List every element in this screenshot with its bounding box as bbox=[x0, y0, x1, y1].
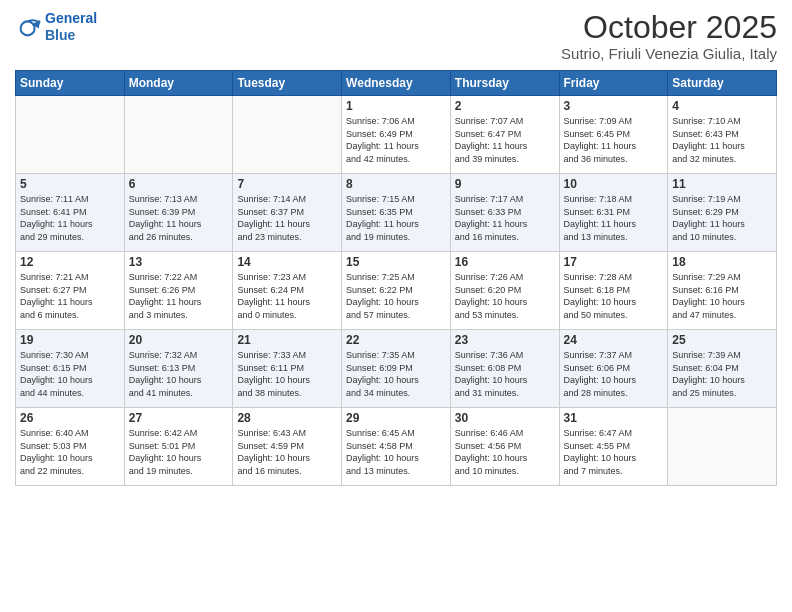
day-number: 8 bbox=[346, 177, 446, 191]
calendar-day-29: 29Sunrise: 6:45 AM Sunset: 4:58 PM Dayli… bbox=[342, 408, 451, 486]
day-number: 4 bbox=[672, 99, 772, 113]
calendar-day-26: 26Sunrise: 6:40 AM Sunset: 5:03 PM Dayli… bbox=[16, 408, 125, 486]
calendar-day-27: 27Sunrise: 6:42 AM Sunset: 5:01 PM Dayli… bbox=[124, 408, 233, 486]
day-number: 31 bbox=[564, 411, 664, 425]
day-info: Sunrise: 7:28 AM Sunset: 6:18 PM Dayligh… bbox=[564, 271, 664, 321]
day-number: 13 bbox=[129, 255, 229, 269]
location-title: Sutrio, Friuli Venezia Giulia, Italy bbox=[561, 45, 777, 62]
calendar-day-23: 23Sunrise: 7:36 AM Sunset: 6:08 PM Dayli… bbox=[450, 330, 559, 408]
page: General Blue October 2025 Sutrio, Friuli… bbox=[0, 0, 792, 612]
calendar-day-19: 19Sunrise: 7:30 AM Sunset: 6:15 PM Dayli… bbox=[16, 330, 125, 408]
day-number: 25 bbox=[672, 333, 772, 347]
day-number: 10 bbox=[564, 177, 664, 191]
calendar-day-10: 10Sunrise: 7:18 AM Sunset: 6:31 PM Dayli… bbox=[559, 174, 668, 252]
day-number: 21 bbox=[237, 333, 337, 347]
calendar-day-2: 2Sunrise: 7:07 AM Sunset: 6:47 PM Daylig… bbox=[450, 96, 559, 174]
calendar-empty-cell bbox=[668, 408, 777, 486]
day-info: Sunrise: 7:35 AM Sunset: 6:09 PM Dayligh… bbox=[346, 349, 446, 399]
day-number: 1 bbox=[346, 99, 446, 113]
day-info: Sunrise: 7:36 AM Sunset: 6:08 PM Dayligh… bbox=[455, 349, 555, 399]
day-info: Sunrise: 7:32 AM Sunset: 6:13 PM Dayligh… bbox=[129, 349, 229, 399]
day-number: 19 bbox=[20, 333, 120, 347]
day-info: Sunrise: 6:45 AM Sunset: 4:58 PM Dayligh… bbox=[346, 427, 446, 477]
calendar-day-1: 1Sunrise: 7:06 AM Sunset: 6:49 PM Daylig… bbox=[342, 96, 451, 174]
column-header-tuesday: Tuesday bbox=[233, 71, 342, 96]
day-number: 14 bbox=[237, 255, 337, 269]
day-info: Sunrise: 7:37 AM Sunset: 6:06 PM Dayligh… bbox=[564, 349, 664, 399]
day-info: Sunrise: 7:18 AM Sunset: 6:31 PM Dayligh… bbox=[564, 193, 664, 243]
day-info: Sunrise: 7:14 AM Sunset: 6:37 PM Dayligh… bbox=[237, 193, 337, 243]
calendar-empty-cell bbox=[233, 96, 342, 174]
day-number: 11 bbox=[672, 177, 772, 191]
calendar-week-row: 26Sunrise: 6:40 AM Sunset: 5:03 PM Dayli… bbox=[16, 408, 777, 486]
day-info: Sunrise: 7:10 AM Sunset: 6:43 PM Dayligh… bbox=[672, 115, 772, 165]
day-number: 15 bbox=[346, 255, 446, 269]
calendar-day-8: 8Sunrise: 7:15 AM Sunset: 6:35 PM Daylig… bbox=[342, 174, 451, 252]
day-info: Sunrise: 7:09 AM Sunset: 6:45 PM Dayligh… bbox=[564, 115, 664, 165]
day-number: 30 bbox=[455, 411, 555, 425]
day-info: Sunrise: 6:43 AM Sunset: 4:59 PM Dayligh… bbox=[237, 427, 337, 477]
day-info: Sunrise: 7:17 AM Sunset: 6:33 PM Dayligh… bbox=[455, 193, 555, 243]
day-number: 12 bbox=[20, 255, 120, 269]
day-number: 17 bbox=[564, 255, 664, 269]
day-info: Sunrise: 7:21 AM Sunset: 6:27 PM Dayligh… bbox=[20, 271, 120, 321]
calendar-table: SundayMondayTuesdayWednesdayThursdayFrid… bbox=[15, 70, 777, 486]
calendar-day-28: 28Sunrise: 6:43 AM Sunset: 4:59 PM Dayli… bbox=[233, 408, 342, 486]
day-info: Sunrise: 7:30 AM Sunset: 6:15 PM Dayligh… bbox=[20, 349, 120, 399]
column-header-thursday: Thursday bbox=[450, 71, 559, 96]
day-number: 6 bbox=[129, 177, 229, 191]
day-info: Sunrise: 7:25 AM Sunset: 6:22 PM Dayligh… bbox=[346, 271, 446, 321]
calendar-day-11: 11Sunrise: 7:19 AM Sunset: 6:29 PM Dayli… bbox=[668, 174, 777, 252]
calendar-day-31: 31Sunrise: 6:47 AM Sunset: 4:55 PM Dayli… bbox=[559, 408, 668, 486]
day-info: Sunrise: 7:19 AM Sunset: 6:29 PM Dayligh… bbox=[672, 193, 772, 243]
column-header-sunday: Sunday bbox=[16, 71, 125, 96]
day-number: 20 bbox=[129, 333, 229, 347]
day-info: Sunrise: 7:26 AM Sunset: 6:20 PM Dayligh… bbox=[455, 271, 555, 321]
column-header-friday: Friday bbox=[559, 71, 668, 96]
calendar-day-4: 4Sunrise: 7:10 AM Sunset: 6:43 PM Daylig… bbox=[668, 96, 777, 174]
day-info: Sunrise: 7:13 AM Sunset: 6:39 PM Dayligh… bbox=[129, 193, 229, 243]
day-info: Sunrise: 7:22 AM Sunset: 6:26 PM Dayligh… bbox=[129, 271, 229, 321]
day-number: 23 bbox=[455, 333, 555, 347]
day-number: 24 bbox=[564, 333, 664, 347]
day-info: Sunrise: 7:15 AM Sunset: 6:35 PM Dayligh… bbox=[346, 193, 446, 243]
calendar-day-18: 18Sunrise: 7:29 AM Sunset: 6:16 PM Dayli… bbox=[668, 252, 777, 330]
logo-text: General Blue bbox=[45, 10, 97, 44]
calendar-day-25: 25Sunrise: 7:39 AM Sunset: 6:04 PM Dayli… bbox=[668, 330, 777, 408]
calendar-week-row: 5Sunrise: 7:11 AM Sunset: 6:41 PM Daylig… bbox=[16, 174, 777, 252]
calendar-day-16: 16Sunrise: 7:26 AM Sunset: 6:20 PM Dayli… bbox=[450, 252, 559, 330]
day-number: 9 bbox=[455, 177, 555, 191]
day-number: 22 bbox=[346, 333, 446, 347]
calendar-day-20: 20Sunrise: 7:32 AM Sunset: 6:13 PM Dayli… bbox=[124, 330, 233, 408]
calendar-week-row: 12Sunrise: 7:21 AM Sunset: 6:27 PM Dayli… bbox=[16, 252, 777, 330]
calendar-day-5: 5Sunrise: 7:11 AM Sunset: 6:41 PM Daylig… bbox=[16, 174, 125, 252]
calendar-day-14: 14Sunrise: 7:23 AM Sunset: 6:24 PM Dayli… bbox=[233, 252, 342, 330]
calendar-day-6: 6Sunrise: 7:13 AM Sunset: 6:39 PM Daylig… bbox=[124, 174, 233, 252]
day-number: 16 bbox=[455, 255, 555, 269]
calendar-empty-cell bbox=[124, 96, 233, 174]
calendar-day-22: 22Sunrise: 7:35 AM Sunset: 6:09 PM Dayli… bbox=[342, 330, 451, 408]
calendar-day-24: 24Sunrise: 7:37 AM Sunset: 6:06 PM Dayli… bbox=[559, 330, 668, 408]
day-number: 3 bbox=[564, 99, 664, 113]
day-info: Sunrise: 6:46 AM Sunset: 4:56 PM Dayligh… bbox=[455, 427, 555, 477]
day-info: Sunrise: 7:39 AM Sunset: 6:04 PM Dayligh… bbox=[672, 349, 772, 399]
day-number: 26 bbox=[20, 411, 120, 425]
day-number: 5 bbox=[20, 177, 120, 191]
day-info: Sunrise: 7:33 AM Sunset: 6:11 PM Dayligh… bbox=[237, 349, 337, 399]
calendar-week-row: 1Sunrise: 7:06 AM Sunset: 6:49 PM Daylig… bbox=[16, 96, 777, 174]
calendar-day-12: 12Sunrise: 7:21 AM Sunset: 6:27 PM Dayli… bbox=[16, 252, 125, 330]
day-info: Sunrise: 6:42 AM Sunset: 5:01 PM Dayligh… bbox=[129, 427, 229, 477]
day-info: Sunrise: 7:23 AM Sunset: 6:24 PM Dayligh… bbox=[237, 271, 337, 321]
svg-point-0 bbox=[21, 21, 35, 35]
day-number: 29 bbox=[346, 411, 446, 425]
calendar-day-30: 30Sunrise: 6:46 AM Sunset: 4:56 PM Dayli… bbox=[450, 408, 559, 486]
day-info: Sunrise: 7:11 AM Sunset: 6:41 PM Dayligh… bbox=[20, 193, 120, 243]
column-header-monday: Monday bbox=[124, 71, 233, 96]
day-number: 2 bbox=[455, 99, 555, 113]
day-number: 7 bbox=[237, 177, 337, 191]
column-header-wednesday: Wednesday bbox=[342, 71, 451, 96]
day-info: Sunrise: 7:07 AM Sunset: 6:47 PM Dayligh… bbox=[455, 115, 555, 165]
header: General Blue October 2025 Sutrio, Friuli… bbox=[15, 10, 777, 62]
logo: General Blue bbox=[15, 10, 97, 44]
calendar-day-7: 7Sunrise: 7:14 AM Sunset: 6:37 PM Daylig… bbox=[233, 174, 342, 252]
